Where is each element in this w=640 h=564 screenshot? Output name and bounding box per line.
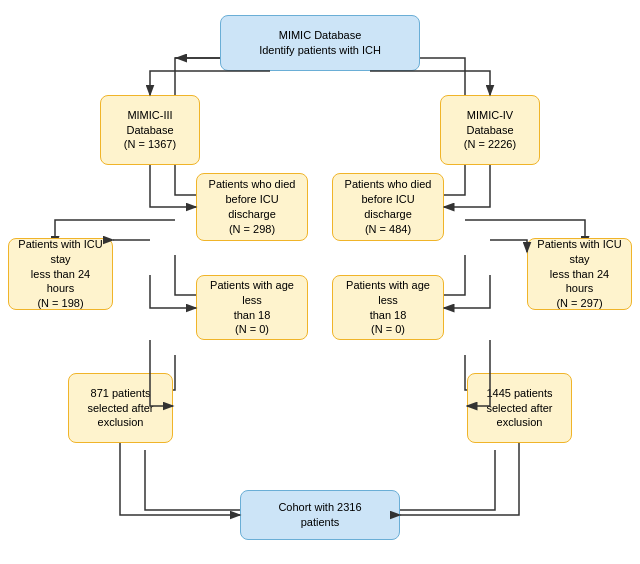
flowchart-diagram: MIMIC Database Identify patients with IC…: [0, 0, 640, 564]
cohort-box: Cohort with 2316 patients: [240, 490, 400, 540]
mimic-database-box: MIMIC Database Identify patients with IC…: [220, 15, 420, 71]
age-less-left-box: Patients with age less than 18 (N = 0): [196, 275, 308, 340]
mimic4-box: MIMIC-IV Database (N = 2226): [440, 95, 540, 165]
icu-less-right-box: Patients with ICU stay less than 24 hour…: [527, 238, 632, 310]
icu-less-left-box: Patients with ICU stay less than 24 hour…: [8, 238, 113, 310]
died-icu-left-box: Patients who died before ICU discharge (…: [196, 173, 308, 241]
age-less-right-box: Patients with age less than 18 (N = 0): [332, 275, 444, 340]
mimic3-box: MIMIC-III Database (N = 1367): [100, 95, 200, 165]
exclusion-right-box: 1445 patients selected after exclusion: [467, 373, 572, 443]
exclusion-left-box: 871 patients selected after exclusion: [68, 373, 173, 443]
died-icu-right-box: Patients who died before ICU discharge (…: [332, 173, 444, 241]
